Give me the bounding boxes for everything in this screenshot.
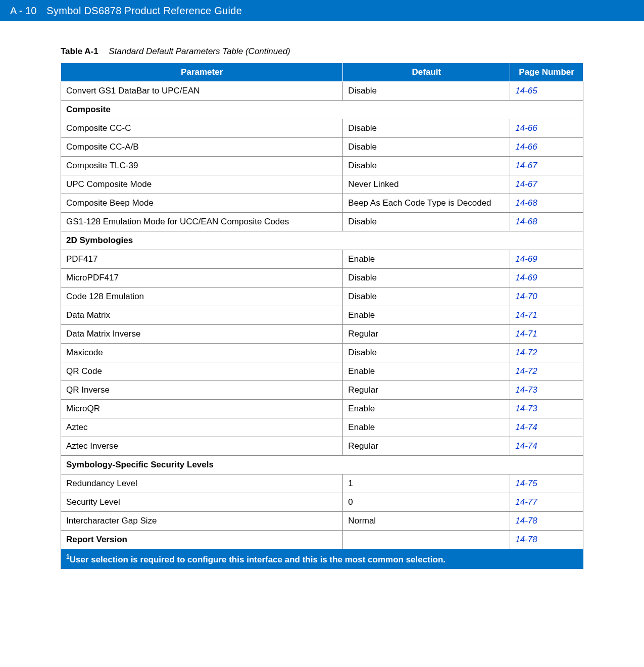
cell-parameter: PDF417 (61, 250, 343, 269)
cell-parameter: UPC Composite Mode (61, 175, 343, 194)
footnote-marker: 1 (66, 553, 70, 560)
content-area: Table A-1 Standard Default Parameters Ta… (0, 21, 644, 569)
cell-default: Disable (343, 269, 510, 288)
table-body: Convert GS1 DataBar to UPC/EANDisable14-… (61, 82, 583, 569)
cell-default: Regular (343, 437, 510, 456)
page-link[interactable]: 14-67 (515, 161, 537, 170)
table-caption: Table A-1 Standard Default Parameters Ta… (61, 46, 583, 57)
table-row: Data Matrix InverseRegular14-71 (61, 325, 583, 344)
page-link[interactable]: 14-65 (515, 86, 537, 96)
page-link[interactable]: 14-73 (515, 404, 537, 413)
col-page-number: Page Number (510, 63, 583, 82)
cell-default: Disable (343, 138, 510, 157)
cell-default: 0 (343, 493, 510, 512)
cell-page: 14-67 (510, 175, 583, 194)
table-row: Intercharacter Gap SizeNormal14-78 (61, 512, 583, 531)
cell-default: Enable (343, 250, 510, 269)
cell-page: 14-78 (510, 512, 583, 531)
cell-default: Never Linked (343, 175, 510, 194)
cell-default: 1 (343, 474, 510, 493)
table-row: QR InverseRegular14-73 (61, 381, 583, 400)
cell-default (343, 531, 510, 549)
cell-page: 14-78 (510, 531, 583, 549)
cell-parameter: QR Code (61, 362, 343, 381)
cell-page: 14-71 (510, 306, 583, 325)
page-link[interactable]: 14-68 (515, 198, 537, 208)
page-link[interactable]: 14-74 (515, 441, 537, 451)
cell-page: 14-73 (510, 400, 583, 418)
cell-default: Disable (343, 213, 510, 231)
table-row: Aztec InverseRegular14-74 (61, 437, 583, 456)
table-row: MicroQREnable14-73 (61, 400, 583, 418)
page-link[interactable]: 14-75 (515, 479, 537, 488)
page-link[interactable]: 14-71 (515, 329, 537, 339)
table-row: Security Level014-77 (61, 493, 583, 512)
col-parameter: Parameter (61, 63, 343, 82)
cell-page: 14-74 (510, 418, 583, 437)
cell-default: Enable (343, 418, 510, 437)
page-link[interactable]: 14-70 (515, 292, 537, 301)
table-row: Composite TLC-39Disable14-67 (61, 157, 583, 175)
footnote-cell: 1User selection is required to configure… (61, 549, 583, 569)
page-title: Symbol DS6878 Product Reference Guide (46, 5, 242, 17)
cell-parameter: Composite CC-A/B (61, 138, 343, 157)
table-row: Redundancy Level114-75 (61, 474, 583, 493)
table-title: Standard Default Parameters Table (Conti… (109, 46, 290, 56)
cell-page: 14-70 (510, 288, 583, 306)
page-link[interactable]: 14-77 (515, 497, 537, 507)
page-link[interactable]: 14-73 (515, 385, 537, 395)
cell-page: 14-72 (510, 362, 583, 381)
cell-default: Enable (343, 400, 510, 418)
cell-parameter: MicroPDF417 (61, 269, 343, 288)
table-row: PDF417Enable14-69 (61, 250, 583, 269)
cell-default: Enable (343, 362, 510, 381)
cell-page: 14-66 (510, 119, 583, 138)
cell-default: Disable (343, 288, 510, 306)
cell-parameter: Aztec (61, 418, 343, 437)
cell-default: Regular (343, 325, 510, 344)
parameters-table: Parameter Default Page Number Convert GS… (61, 63, 583, 569)
table-row: MaxicodeDisable14-72 (61, 344, 583, 362)
page-header: A - 10 Symbol DS6878 Product Reference G… (0, 0, 644, 21)
page-link[interactable]: 14-68 (515, 217, 537, 226)
page-link[interactable]: 14-72 (515, 366, 537, 376)
page-link[interactable]: 14-66 (515, 142, 537, 152)
page-number: A - 10 (10, 5, 36, 17)
table-row: 2D Symbologies (61, 231, 583, 250)
cell-default: Disable (343, 157, 510, 175)
cell-parameter: Composite CC-C (61, 119, 343, 138)
footnote-row: 1User selection is required to configure… (61, 549, 583, 569)
cell-parameter: GS1-128 Emulation Mode for UCC/EAN Compo… (61, 213, 343, 231)
cell-parameter: Maxicode (61, 344, 343, 362)
table-row: Symbology-Specific Security Levels (61, 456, 583, 474)
cell-parameter: Data Matrix (61, 306, 343, 325)
page-link[interactable]: 14-66 (515, 123, 537, 133)
page-link[interactable]: 14-71 (515, 310, 537, 320)
page-link[interactable]: 14-72 (515, 348, 537, 357)
cell-page: 14-77 (510, 493, 583, 512)
page-link[interactable]: 14-69 (515, 273, 537, 282)
page-link[interactable]: 14-67 (515, 179, 537, 189)
page-link[interactable]: 14-69 (515, 254, 537, 264)
cell-parameter: QR Inverse (61, 381, 343, 400)
page-link[interactable]: 14-78 (515, 516, 537, 526)
page-link[interactable]: 14-78 (515, 535, 537, 544)
table-row: Composite (61, 101, 583, 119)
cell-default: Disable (343, 82, 510, 101)
cell-parameter: MicroQR (61, 400, 343, 418)
cell-parameter: Redundancy Level (61, 474, 343, 493)
cell-page: 14-74 (510, 437, 583, 456)
cell-page: 14-68 (510, 213, 583, 231)
page-link[interactable]: 14-74 (515, 422, 537, 432)
cell-page: 14-72 (510, 344, 583, 362)
cell-default: Enable (343, 306, 510, 325)
table-number: Table A-1 (61, 46, 98, 56)
cell-page: 14-69 (510, 269, 583, 288)
table-row: GS1-128 Emulation Mode for UCC/EAN Compo… (61, 213, 583, 231)
cell-parameter: Intercharacter Gap Size (61, 512, 343, 531)
cell-page: 14-67 (510, 157, 583, 175)
cell-page: 14-68 (510, 194, 583, 213)
cell-parameter: Data Matrix Inverse (61, 325, 343, 344)
table-row: Composite CC-A/BDisable14-66 (61, 138, 583, 157)
table-row: Code 128 EmulationDisable14-70 (61, 288, 583, 306)
